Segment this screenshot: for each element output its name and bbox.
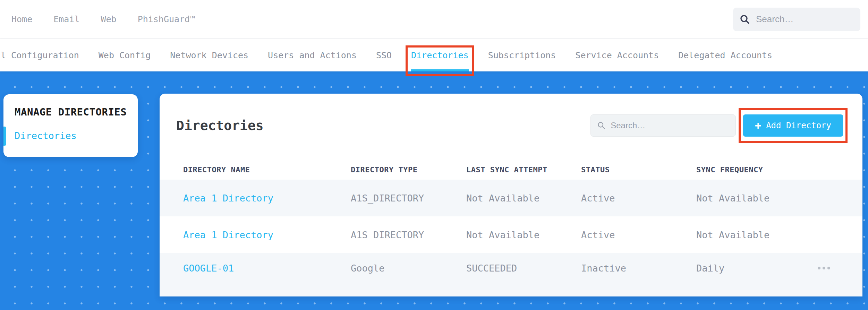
global-search-input[interactable] — [756, 14, 854, 25]
table-header-row: DIRECTORY NAME DIRECTORY TYPE LAST SYNC … — [160, 160, 862, 180]
active-tab-underline — [411, 69, 469, 71]
status-value: Active — [581, 193, 696, 204]
sync-frequency-value: Daily — [696, 263, 818, 274]
top-bar: Home Email Web PhishGuard™ — [0, 0, 868, 38]
tab-directories-label: Directories — [411, 50, 469, 60]
tab-service-accounts[interactable]: Service Accounts — [575, 39, 659, 71]
table-row: Area 1 Directory A1S_DIRECTORY Not Avail… — [160, 180, 862, 216]
primary-nav: Home Email Web PhishGuard™ — [11, 14, 195, 24]
sync-frequency-value: Not Available — [696, 193, 818, 204]
search-icon — [739, 14, 750, 25]
directory-name-link[interactable]: GOOGLE-01 — [183, 263, 351, 274]
sync-frequency-value: Not Available — [696, 230, 818, 240]
table-row: GOOGLE-01 Google SUCCEEDED Inactive Dail… — [160, 253, 862, 296]
directories-search-box[interactable] — [590, 114, 736, 137]
tab-network-devices[interactable]: Network Devices — [170, 39, 248, 71]
panel-header: Directories + Add Directory — [160, 114, 862, 137]
row-actions-ellipsis-icon[interactable] — [818, 263, 833, 273]
topbar-divider — [0, 38, 868, 39]
annotation-highlight-add-directory: + Add Directory — [739, 108, 848, 143]
tab-web-config[interactable]: Web Config — [99, 39, 151, 71]
directories-search-input[interactable] — [611, 121, 729, 130]
nav-item-home[interactable]: Home — [11, 14, 32, 24]
settings-tab-bar: l Configuration Web Config Network Devic… — [0, 39, 868, 71]
last-sync-value: SUCCEEDED — [466, 263, 581, 274]
nav-item-web[interactable]: Web — [101, 14, 116, 24]
status-value: Active — [581, 230, 696, 240]
last-sync-value: Not Available — [466, 230, 581, 240]
page-title: Directories — [176, 118, 264, 133]
column-header-last-sync-attempt: LAST SYNC ATTEMPT — [466, 165, 581, 174]
tab-users-and-actions[interactable]: Users and Actions — [268, 39, 357, 71]
directory-type-value: A1S_DIRECTORY — [351, 193, 466, 204]
tab-directories[interactable]: Directories — [411, 39, 469, 71]
nav-item-phishguard[interactable]: PhishGuard™ — [138, 14, 195, 24]
tab-sso[interactable]: SSO — [376, 39, 392, 71]
tab-subscriptions[interactable]: Subscriptions — [488, 39, 556, 71]
status-value: Inactive — [581, 263, 696, 274]
directories-panel: Directories + Add Directory DIRECTORY NA… — [160, 94, 862, 296]
directory-type-value: Google — [351, 263, 466, 274]
sidebar-item-directories[interactable]: Directories — [15, 130, 77, 141]
plus-icon: + — [755, 120, 761, 131]
directory-type-value: A1S_DIRECTORY — [351, 230, 466, 240]
page-background: MANAGE DIRECTORIES Directories Directori… — [0, 71, 868, 310]
column-header-sync-frequency: SYNC FREQUENCY — [696, 165, 818, 174]
table-row: Area 1 Directory A1S_DIRECTORY Not Avail… — [160, 216, 862, 253]
add-directory-button[interactable]: + Add Directory — [743, 114, 843, 137]
column-header-directory-name: DIRECTORY NAME — [183, 165, 351, 174]
column-header-status: STATUS — [581, 165, 696, 174]
tab-email-configuration[interactable]: l Configuration — [1, 39, 79, 71]
manage-directories-card: MANAGE DIRECTORIES Directories — [3, 94, 138, 157]
add-directory-label: Add Directory — [766, 121, 831, 130]
directory-name-link[interactable]: Area 1 Directory — [183, 230, 351, 240]
search-icon — [597, 121, 606, 130]
side-card-title: MANAGE DIRECTORIES — [15, 106, 127, 118]
column-header-directory-type: DIRECTORY TYPE — [351, 165, 466, 174]
global-search-box[interactable] — [733, 8, 860, 31]
tab-delegated-accounts[interactable]: Delegated Accounts — [678, 39, 772, 71]
directory-name-link[interactable]: Area 1 Directory — [183, 193, 351, 204]
active-item-indicator-bar — [3, 127, 6, 146]
nav-item-email[interactable]: Email — [53, 14, 79, 24]
directories-table: DIRECTORY NAME DIRECTORY TYPE LAST SYNC … — [160, 160, 862, 296]
last-sync-value: Not Available — [466, 193, 581, 204]
